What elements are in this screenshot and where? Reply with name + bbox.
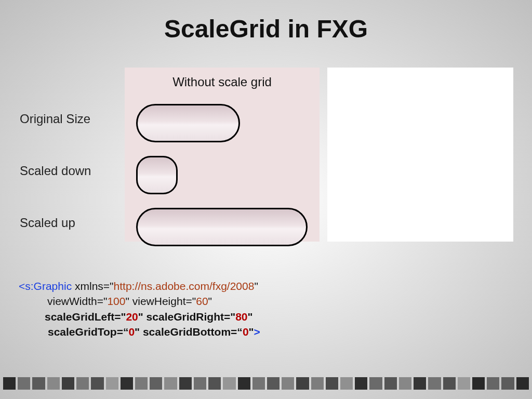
strip-square: [369, 377, 382, 390]
strip-square: [487, 377, 499, 390]
strip-square: [179, 377, 192, 390]
strip-square: [472, 377, 485, 390]
slide: ScaleGrid in FXG Original Size Scaled do…: [0, 0, 532, 399]
strip-square: [47, 377, 60, 390]
strip-square: [414, 377, 426, 390]
panel-left-title: Without scale grid: [125, 68, 320, 89]
strip-square: [516, 377, 529, 390]
code-quote: ": [248, 311, 253, 323]
strip-square: [326, 377, 338, 390]
code-attr-sgt: scaleGridTop=“: [48, 326, 128, 338]
code-attr-viewwidth: viewWidth=": [47, 295, 107, 307]
strip-square: [106, 377, 118, 390]
strip-square: [443, 377, 456, 390]
code-line-2: viewWidth="100" viewHeight="60": [19, 294, 260, 309]
panel-with-scale-grid: [327, 68, 513, 242]
strip-square: [223, 377, 235, 390]
strip-square: [399, 377, 411, 390]
code-line-3: scaleGridLeft="20" scaleGridRight="80": [19, 309, 260, 324]
decorative-square-strip: [0, 376, 532, 391]
code-close-bracket: >: [254, 326, 260, 338]
code-line-1: <s:Graphic xmlns="http://ns.adobe.com/fx…: [19, 278, 260, 294]
strip-square: [238, 377, 250, 390]
code-line-4: scaleGridTop=“0" scaleGridBottom=“0">: [19, 324, 260, 339]
strip-square: [428, 377, 441, 390]
code-attr-xmlns: xmlns=": [72, 280, 113, 292]
strip-square: [296, 377, 309, 390]
code-attr-sgl: scaleGridLeft=": [45, 311, 126, 323]
code-quote: ": [208, 295, 212, 307]
strip-square: [252, 377, 265, 390]
strip-square: [164, 377, 177, 390]
strip-square: [62, 377, 74, 390]
code-quote: ": [249, 326, 254, 338]
strip-square: [355, 377, 367, 390]
pill-original: [136, 104, 240, 142]
strip-square: [282, 377, 294, 390]
strip-square: [384, 377, 397, 390]
label-original: Original Size: [20, 112, 91, 126]
label-scaled-down: Scaled down: [20, 164, 91, 178]
strip-square: [91, 377, 103, 390]
row-labels: Original Size Scaled down Scaled up: [20, 112, 91, 268]
strip-square: [194, 377, 206, 390]
strip-square: [32, 377, 45, 390]
code-sgl-value: 20: [126, 311, 138, 323]
label-scaled-up: Scaled up: [20, 216, 91, 230]
strip-square: [150, 377, 162, 390]
panel-without-scale-grid: Without scale grid: [125, 68, 320, 242]
strip-square: [501, 377, 514, 390]
page-title: ScaleGrid in FXG: [0, 15, 532, 43]
code-sgr-value: 80: [235, 311, 247, 323]
code-tag: <s:Graphic: [19, 280, 72, 292]
strip-square: [76, 377, 89, 390]
pill-scaled-down: [136, 156, 178, 194]
code-attr-sgb: " scaleGridBottom=“: [135, 326, 243, 338]
code-quote: ": [254, 280, 258, 292]
strip-square: [311, 377, 324, 390]
pill-scaled-up: [136, 208, 308, 246]
strip-square: [267, 377, 280, 390]
strip-square: [121, 377, 133, 390]
code-attr-sgr: " scaleGridRight=": [138, 311, 235, 323]
code-xmlns-value: http://ns.adobe.com/fxg/2008: [114, 280, 255, 292]
code-sgb-value: 0: [243, 326, 249, 338]
strip-square: [18, 377, 30, 390]
code-attr-viewheight: " viewHeight=": [125, 295, 196, 307]
strip-square: [135, 377, 148, 390]
code-block: <s:Graphic xmlns="http://ns.adobe.com/fx…: [19, 278, 260, 340]
strip-square: [458, 377, 470, 390]
code-sgt-value: 0: [128, 326, 135, 338]
code-viewwidth-value: 100: [107, 295, 125, 307]
strip-square: [208, 377, 221, 390]
code-viewheight-value: 60: [196, 295, 208, 307]
strip-square: [340, 377, 353, 390]
strip-square: [3, 377, 16, 390]
